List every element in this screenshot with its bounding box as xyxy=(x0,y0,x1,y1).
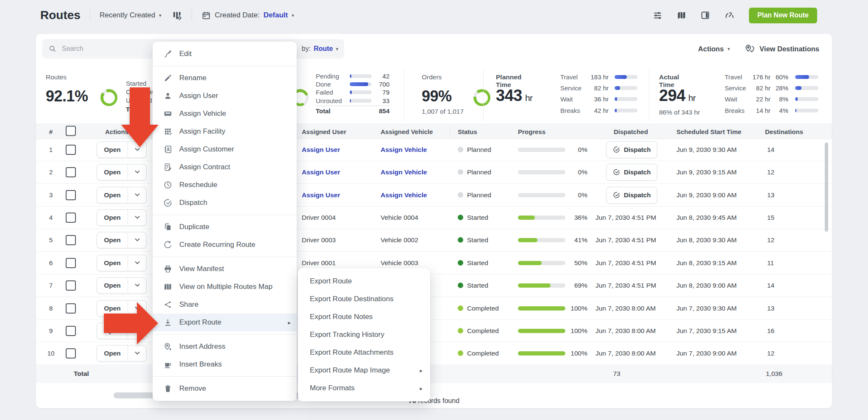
assign-vehicle-link[interactable]: Assign Vehicle xyxy=(381,191,427,199)
created-date-value: Default xyxy=(264,11,288,20)
created-date-filter[interactable]: Created Date: Default ▾ xyxy=(201,11,294,20)
submenu-item-more-formats[interactable]: More Formats▸ xyxy=(298,379,430,397)
chevron-down-icon[interactable] xyxy=(128,164,146,180)
open-button[interactable]: Open xyxy=(97,187,147,203)
menu-item-share[interactable]: Share xyxy=(153,296,297,314)
breakdown-percent: 28% xyxy=(771,84,788,92)
assign-vehicle-link[interactable]: Assign Vehicle xyxy=(381,146,427,154)
open-button[interactable]: Open xyxy=(97,345,147,361)
menu-item-assign-facility[interactable]: Assign Facility xyxy=(153,123,297,140)
breakdown-label: Failed xyxy=(316,89,350,96)
row-checkbox[interactable] xyxy=(66,167,76,177)
columns-settings-icon[interactable] xyxy=(172,10,182,21)
open-button[interactable]: Open xyxy=(97,322,147,339)
row-checkbox[interactable] xyxy=(66,258,76,268)
side-panel-icon[interactable] xyxy=(700,10,710,20)
open-button[interactable]: Open xyxy=(97,277,147,294)
menu-item-view-manifest[interactable]: View Manifest xyxy=(153,260,297,278)
status-label: Started xyxy=(467,282,488,289)
vertical-scrollbar[interactable] xyxy=(825,143,828,232)
menu-item-assign-customer[interactable]: Assign Customer xyxy=(153,140,297,158)
submenu-item-export-route[interactable]: Export Route xyxy=(298,272,430,290)
chevron-down-icon[interactable] xyxy=(128,255,146,271)
menu-item-assign-vehicle[interactable]: Assign Vehicle xyxy=(153,105,297,123)
chevron-down-icon[interactable] xyxy=(128,277,146,293)
status-dot xyxy=(458,260,463,266)
open-button[interactable]: Open xyxy=(97,141,147,158)
submenu-item-export-route-notes[interactable]: Export Route Notes xyxy=(298,308,430,326)
mini-bar xyxy=(350,90,372,94)
sort-dropdown[interactable]: Recently Created ▾ xyxy=(100,11,161,20)
chevron-down-icon[interactable] xyxy=(128,300,146,316)
dispatched-time: Jun 7, 2030 8:00 AM xyxy=(595,305,656,312)
menu-item-remove[interactable]: Remove xyxy=(153,380,297,398)
menu-item-insert-breaks[interactable]: Insert Breaks xyxy=(153,356,297,373)
submenu-item-export-route-destinations[interactable]: Export Route Destinations xyxy=(298,290,430,308)
map-view-icon[interactable] xyxy=(676,10,687,20)
chevron-down-icon[interactable] xyxy=(128,345,146,361)
actions-dropdown[interactable]: Actions ▾ xyxy=(698,45,730,53)
submenu-item-export-route-attachments[interactable]: Export Route Attachments xyxy=(298,344,430,361)
progress-cell: 0% xyxy=(518,168,587,176)
breakdown-label: Wait xyxy=(560,95,584,103)
chevron-down-icon[interactable] xyxy=(128,187,146,203)
submenu-item-export-tracking-history[interactable]: Export Tracking History xyxy=(298,326,430,344)
row-checkbox[interactable] xyxy=(66,280,76,291)
progress-percent: 0% xyxy=(565,191,587,199)
dispatch-button[interactable]: Dispatch xyxy=(606,164,657,181)
chevron-down-icon[interactable] xyxy=(128,232,146,248)
progress-cell: 100% xyxy=(518,350,587,357)
menu-item-view-on-multiple-routes-map[interactable]: View on Multiple Routes Map xyxy=(153,278,297,296)
menu-item-assign-contract[interactable]: Assign Contract xyxy=(153,158,297,176)
row-checkbox[interactable] xyxy=(66,145,76,155)
assign-user-link[interactable]: Assign User xyxy=(302,168,340,176)
row-checkbox[interactable] xyxy=(66,326,76,336)
dispatch-cell: Dispatch xyxy=(595,164,657,181)
menu-item-duplicate[interactable]: Duplicate xyxy=(153,218,297,236)
dashboard-gauge-icon[interactable] xyxy=(724,10,735,20)
filters-icon[interactable] xyxy=(652,10,663,21)
open-button[interactable]: Open xyxy=(97,255,147,271)
destinations-count: 14 xyxy=(767,282,774,289)
mini-bar xyxy=(350,82,372,86)
open-button[interactable]: Open xyxy=(97,164,147,180)
open-button[interactable]: Open xyxy=(97,232,147,248)
dispatch-button[interactable]: Dispatch xyxy=(606,141,657,158)
chevron-down-icon[interactable] xyxy=(128,142,146,157)
view-destinations-button[interactable]: View Destinations xyxy=(744,44,819,54)
row-checkbox[interactable] xyxy=(66,348,76,358)
menu-item-edit[interactable]: Edit xyxy=(153,45,297,63)
open-button[interactable]: Open xyxy=(97,209,147,226)
menu-item-create-recurring-route[interactable]: Create Recurring Route xyxy=(153,236,297,254)
row-checkbox[interactable] xyxy=(66,235,76,245)
select-all-checkbox[interactable] xyxy=(66,126,76,137)
open-button[interactable]: Open xyxy=(97,300,147,316)
stat-label: Orders xyxy=(422,73,442,81)
menu-item-dispatch[interactable]: Dispatch xyxy=(153,194,297,212)
menu-item-reschedule[interactable]: Reschedule xyxy=(153,176,297,194)
status-dot xyxy=(458,147,463,152)
menu-item-rename[interactable]: Rename xyxy=(153,69,297,87)
plan-new-route-button[interactable]: Plan New Route xyxy=(749,8,817,23)
assign-user-link[interactable]: Assign User xyxy=(302,191,340,199)
row-checkbox[interactable] xyxy=(66,190,76,200)
row-checkbox[interactable] xyxy=(66,303,76,314)
chevron-down-icon[interactable] xyxy=(128,210,146,225)
chevron-down-icon[interactable] xyxy=(128,323,146,339)
search-by-dropdown[interactable]: by: Route ▾ xyxy=(302,45,338,53)
dispatch-cell: Dispatch xyxy=(595,187,657,204)
row-checkbox[interactable] xyxy=(66,213,76,223)
menu-item-export-route[interactable]: Export Route▸ xyxy=(153,314,297,331)
assign-user-link[interactable]: Assign User xyxy=(302,146,340,154)
status-label: Started xyxy=(467,259,488,267)
menu-item-assign-user[interactable]: Assign User xyxy=(153,87,297,105)
orders-count: 1,007 of 1,017 xyxy=(422,108,464,115)
submenu-item-export-route-map-image[interactable]: Export Route Map Image▸ xyxy=(298,361,430,379)
menu-item-insert-address[interactable]: Insert Address xyxy=(153,338,297,356)
status-dot xyxy=(458,305,463,311)
breakdown-value: 700 xyxy=(372,81,389,88)
breakdown-value: 36 hr xyxy=(584,95,609,103)
assign-vehicle-link[interactable]: Assign Vehicle xyxy=(381,168,427,176)
progress-percent: 50% xyxy=(565,259,587,267)
dispatch-button[interactable]: Dispatch xyxy=(606,187,657,204)
